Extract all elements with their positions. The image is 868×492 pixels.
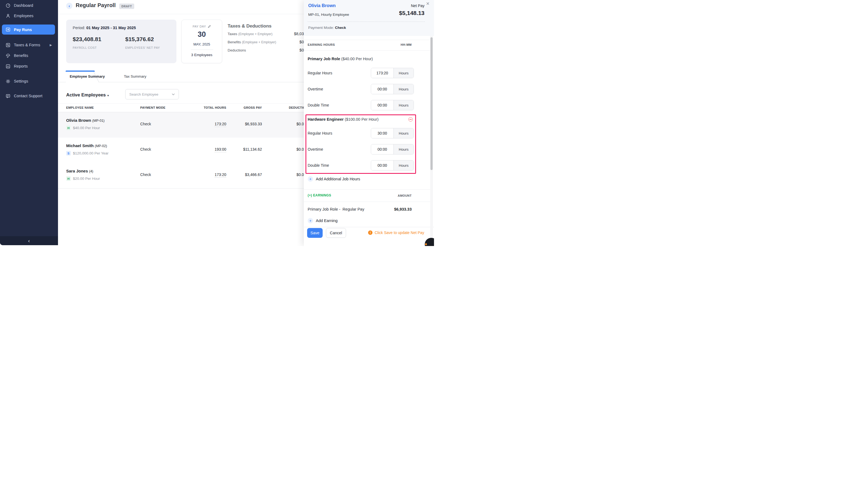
double-time-input[interactable] [371,161,393,170]
overtime-input[interactable] [371,84,393,94]
section-border [304,189,431,190]
total-hours-cell[interactable]: 173:20 [214,122,226,127]
deduction-cell: $0.0 [296,147,304,151]
payment-mode-value: Check [335,26,346,30]
remove-job-icon[interactable] [409,117,413,122]
sidebar-item-taxes-forms[interactable]: Taxes & Forms ▶ [0,41,58,49]
employee-subline: S $120,000.00 Per Year [66,151,109,155]
tax-label: Deductions [228,48,246,52]
job-rate-text: ($40.00 Per Hour) [341,57,373,61]
tax-label: Taxes [228,32,238,36]
scrollbar-thumb[interactable] [430,37,432,170]
add-earning-button[interactable]: + Add Earning [308,218,338,223]
dashboard-icon [6,3,10,8]
search-employee-placeholder: Search Employee [129,92,158,96]
employee-name: Michael Smith (MP-02) [66,143,107,148]
hours-unit-addon: Hours [393,100,414,110]
period-card: Period: 01 May 2025 - 31 May 2025 $23,40… [66,20,177,63]
sidebar: Dashboard Employees Pay Runs Taxes & For… [0,0,58,245]
benefits-icon [6,53,10,58]
double-time-input[interactable] [371,100,393,110]
sidebar-item-dashboard[interactable]: Dashboard [0,1,58,9]
sidebar-item-contact-support[interactable]: Contact Support [0,92,58,100]
regular-hours-input-group: Hours [371,128,414,139]
section-border [304,50,431,51]
notification-dot [425,243,427,245]
panel-net-pay-value: $5,148.13 [399,10,424,16]
edit-pencil-icon[interactable] [208,25,211,28]
hour-row-label: Regular Hours [308,71,332,75]
gross-pay-cell: $6,933.33 [245,122,262,126]
plus-icon: + [308,176,313,182]
sidebar-item-benefits[interactable]: Benefits [0,51,58,60]
double-time-input-group: Hours [371,100,414,110]
hours-unit-addon: Hours [393,84,414,94]
panel-employee-link[interactable]: Olivia Brown [308,3,336,8]
save-button[interactable]: Save [307,228,323,238]
earning-row-label: Primary Job Role - Regular Pay [308,207,364,212]
employee-subline: H $40.00 Per Hour [66,126,100,130]
tax-row-value: $0 [299,48,304,52]
hourly-badge: H [66,176,71,181]
cancel-button[interactable]: Cancel [326,228,346,238]
employee-rate: $40.00 Per Hour [73,126,100,130]
payday-label: PAY DAY [182,25,222,28]
hours-unit-addon: Hours [393,68,414,78]
sidebar-item-reports[interactable]: Reports [0,62,58,70]
active-employees-dropdown[interactable]: Active Employees▾ [66,92,109,98]
back-button[interactable]: ‹ [66,3,73,9]
panel-net-pay-label: Net Pay [411,3,424,8]
collapse-chevron-icon: ‹ [28,238,30,244]
hour-row-label: Double Time [308,163,329,168]
net-pay-value: $15,376.62 [125,36,154,43]
regular-hours-input[interactable] [371,128,393,138]
job-rate-text: ($100.00 Per Hour) [345,117,378,122]
col-total-hours: TOTAL HOURS [204,106,226,109]
employee-name-text: Sara Jones [66,169,89,173]
chevron-down-icon [172,94,175,95]
amount-column-label: AMOUNT [398,194,412,197]
settings-icon [6,79,10,84]
sidebar-item-pay-runs[interactable]: Pay Runs [2,25,55,34]
sidebar-item-employees[interactable]: Employees [0,12,58,20]
regular-hours-input[interactable] [371,68,393,78]
payroll-app: Dashboard Employees Pay Runs Taxes & For… [0,0,434,246]
panel-scrollbar[interactable] [430,36,433,241]
deduction-cell: $0.0 [296,172,304,177]
sidebar-item-settings[interactable]: Settings [0,77,58,85]
total-hours-cell[interactable]: 193:00 [214,147,226,152]
overtime-input[interactable] [371,144,393,154]
job-title-primary: Primary Job Role ($40.00 Per Hour) [308,57,373,61]
warning-icon: ! [368,230,372,235]
sidebar-item-label: Reports [14,64,28,68]
payment-mode-cell: Check [140,172,151,177]
hours-unit-addon: Hours [393,144,414,154]
tab-tax-summary[interactable]: Tax Summary [124,74,147,78]
earning-row-amount: $6,933.33 [394,207,412,212]
add-additional-job-hours-button[interactable]: + Add Additional Job Hours [308,176,360,182]
tax-row-value: $0 [299,40,304,44]
employee-rate: $20.00 Per Hour [73,176,100,181]
hours-format-label: HH:MM [401,43,412,46]
panel-payment-mode: Payment Mode: Check [308,26,346,30]
job-title-text: Primary Job Role [308,57,341,61]
hours-unit-addon: Hours [393,161,414,170]
employee-code: (4) [89,169,93,173]
employee-code: (MP-02) [95,144,107,148]
sidebar-item-label: Taxes & Forms [14,43,40,47]
search-employee-select[interactable]: Search Employee [125,89,179,99]
sidebar-collapse-button[interactable]: ‹ [0,236,58,245]
sidebar-item-label: Employees [14,14,33,18]
total-hours-cell[interactable]: 173:20 [214,172,226,178]
hours-unit-addon: Hours [393,128,414,138]
earning-hours-label: EARNING HOURS [308,43,335,46]
payday-divider [191,50,213,50]
tab-employee-summary-label: Employee Summary [70,74,105,78]
employees-icon [6,14,10,18]
payroll-cost-label: PAYROLL COST [73,46,97,49]
employee-detail-panel: Olivia Brown Net Pay MP-01, Hourly Emplo… [304,0,434,246]
gross-pay-cell: $3,466.67 [245,172,262,177]
panel-header: Olivia Brown Net Pay MP-01, Hourly Emplo… [304,0,434,36]
close-icon[interactable]: ✕ [426,1,430,6]
tax-row-label: Taxes (Employee + Employer) [228,32,272,36]
